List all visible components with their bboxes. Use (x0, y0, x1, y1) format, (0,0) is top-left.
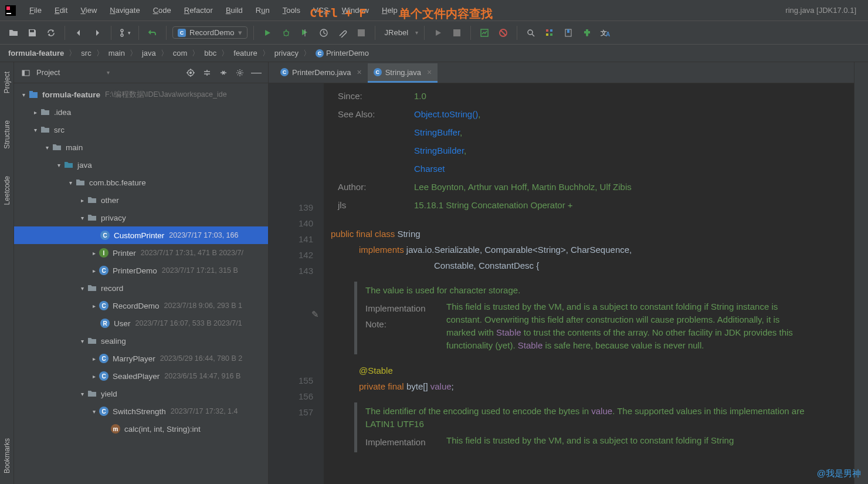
back-icon[interactable] (71, 25, 86, 40)
tree-root[interactable]: ▾formula-featureF:\编程数据\IDE\Java\workspa… (14, 86, 268, 103)
menu-tools[interactable]: Tools (277, 4, 306, 17)
plugin-icon[interactable] (579, 25, 595, 40)
tree-other[interactable]: ▸other (14, 191, 268, 209)
bookmark-icon[interactable] (561, 25, 576, 40)
crumb-5[interactable]: bbc (204, 49, 216, 57)
editor-body[interactable]: 139 140 141 142 143 ✎ 155 156 157 Since:… (269, 83, 854, 484)
run-config-name: RecordDemo (189, 28, 235, 37)
tree-user[interactable]: RUser2023/7/17 16:07, 533 B 2023/7/1 (14, 314, 268, 332)
editor-area: C PrinterDemo.java × C String.java × 139… (269, 62, 854, 484)
menu-code[interactable]: Code (147, 4, 177, 17)
rail-leetcode[interactable]: Leetcode (2, 171, 12, 209)
svg-rect-15 (550, 29, 552, 32)
svg-rect-10 (453, 29, 460, 36)
tree-sealing[interactable]: ▾sealing (14, 332, 268, 350)
tree-java[interactable]: ▾java (14, 156, 268, 174)
code-content[interactable]: Since:1.0 See Also:Object.toString(), St… (324, 83, 854, 484)
collapse-icon[interactable] (218, 67, 229, 79)
crumb-4[interactable]: com (173, 49, 188, 57)
attach-icon[interactable] (335, 25, 350, 40)
target-icon[interactable] (185, 67, 196, 79)
gear-icon[interactable] (234, 67, 246, 79)
tree-yield[interactable]: ▾yield (14, 385, 268, 402)
tree-switch[interactable]: ▾CSwitchStrength2023/7/17 17:32, 1.4 (14, 402, 268, 420)
vcs-icon[interactable]: ▾ (117, 25, 133, 40)
tree-customprinter[interactable]: CCustomPrinter2023/7/17 17:03, 166 (14, 226, 268, 244)
menu-refactor[interactable]: Refactor (178, 4, 219, 17)
hide-icon[interactable]: — (250, 67, 262, 79)
rail-project[interactable]: Project (2, 67, 12, 98)
tree-pkg[interactable]: ▾com.bbc.feature (14, 174, 268, 191)
svg-text:C: C (180, 30, 184, 36)
block-icon[interactable] (496, 25, 511, 40)
tree-printer[interactable]: ▸IPrinter2023/7/17 17:31, 471 B 2023/7/ (14, 244, 268, 262)
tree-marry[interactable]: ▸CMarryPlayer2023/5/29 16:44, 780 B 2 (14, 350, 268, 367)
profile-icon[interactable] (316, 25, 331, 40)
project-tree: ▾formula-featureF:\编程数据\IDE\Java\workspa… (14, 83, 268, 484)
jrebel-label[interactable]: JRebel (381, 28, 412, 37)
jr-run-icon[interactable] (430, 25, 446, 40)
tree-record[interactable]: ▾record (14, 279, 268, 297)
menu-view[interactable]: View (74, 4, 103, 17)
stop-icon[interactable] (354, 25, 369, 40)
tree-main[interactable]: ▾main (14, 138, 268, 156)
tree-printerdemo[interactable]: ▸CPrinterDemo2023/7/17 17:21, 315 B (14, 262, 268, 279)
close-icon[interactable]: × (357, 67, 361, 77)
svg-rect-27 (29, 92, 38, 98)
crumb-0[interactable]: formula-feature (8, 49, 64, 57)
tree-idea[interactable]: ▸.idea (14, 103, 268, 121)
coverage-icon[interactable] (297, 25, 313, 40)
panel-title[interactable]: Project (36, 68, 102, 77)
debug-icon[interactable] (279, 25, 294, 40)
open-icon[interactable] (6, 25, 21, 40)
svg-rect-16 (546, 33, 548, 36)
run-icon[interactable] (260, 25, 275, 40)
svg-point-4 (121, 34, 123, 36)
crumb-3[interactable]: java (142, 49, 156, 57)
overlay-desc: 单个文件内容查找 (399, 6, 493, 22)
jr-stop-icon[interactable] (449, 25, 464, 40)
svg-point-13 (528, 30, 533, 35)
translate-icon[interactable]: 文A (598, 25, 613, 40)
svg-point-26 (239, 72, 241, 74)
svg-rect-23 (22, 70, 25, 76)
tree-recorddemo[interactable]: ▸CRecordDemo2023/7/18 9:06, 293 B 1 (14, 297, 268, 314)
menu-edit[interactable]: Edit (49, 4, 73, 17)
rail-structure[interactable]: Structure (2, 116, 12, 154)
crumb-8[interactable]: PrinterDemo (326, 49, 369, 57)
menu-navigate[interactable]: Navigate (104, 4, 145, 17)
forward-icon[interactable] (90, 25, 105, 40)
run-config-selector[interactable]: C RecordDemo ▾ (172, 26, 247, 39)
rail-bookmarks[interactable]: Bookmarks (2, 434, 12, 478)
sync-icon[interactable] (43, 25, 59, 40)
crumb-1[interactable]: src (81, 49, 91, 57)
tab-printerdemo[interactable]: C PrinterDemo.java × (274, 63, 368, 83)
svg-rect-19 (567, 29, 569, 33)
undo-icon[interactable] (145, 25, 160, 40)
svg-rect-17 (550, 33, 552, 36)
toolbar: ▾ C RecordDemo ▾ JRebel▾ 文A (0, 21, 868, 45)
expand-icon[interactable] (201, 67, 213, 79)
search-icon[interactable] (523, 25, 538, 40)
svg-text:A: A (606, 31, 610, 38)
project-view-icon[interactable] (20, 67, 32, 79)
tree-src[interactable]: ▾src (14, 121, 268, 138)
tree-privacy[interactable]: ▾privacy (14, 209, 268, 226)
menu-file[interactable]: File (23, 4, 48, 17)
close-icon[interactable]: × (427, 67, 432, 77)
menu-build[interactable]: Build (220, 4, 249, 17)
chart-icon[interactable] (477, 25, 492, 40)
gutter: 139 140 141 142 143 ✎ 155 156 157 (269, 83, 324, 484)
tree-sealed[interactable]: ▸CSealedPlayer2023/6/15 14:47, 916 B (14, 367, 268, 385)
svg-point-3 (121, 29, 123, 32)
crumb-2[interactable]: main (108, 49, 125, 57)
tab-string[interactable]: C String.java × (368, 63, 438, 83)
crumb-6[interactable]: feature (233, 49, 257, 57)
tree-calc[interactable]: mcalc(int, int, String):int (14, 420, 268, 438)
edit-icon[interactable]: ✎ (311, 306, 319, 322)
left-rail: Project Structure Leetcode Bookmarks (0, 62, 14, 484)
save-icon[interactable] (25, 25, 40, 40)
menu-run[interactable]: Run (250, 4, 276, 17)
crumb-7[interactable]: privacy (274, 49, 299, 57)
structure-icon[interactable] (542, 25, 557, 40)
